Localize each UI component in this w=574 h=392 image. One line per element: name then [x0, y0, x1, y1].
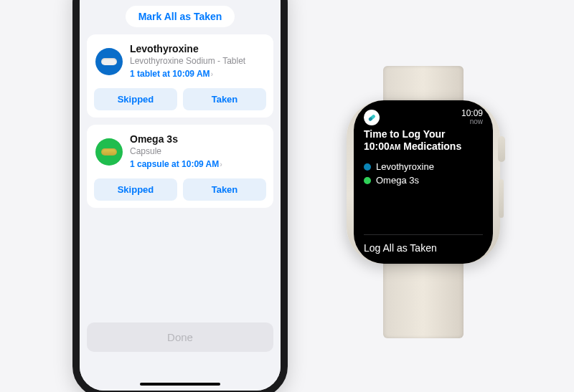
medication-info: Levothyroxine Levothyroxine Sodium - Tab… [130, 43, 265, 80]
medication-card: Omega 3s Capsule 1 capsule at 10:09 AM ›… [87, 125, 273, 208]
iphone-screen: Mark All as Taken Levothyroxine Levothyr… [80, 0, 281, 391]
watch-case: 10:09 now Time to Log Your 10:00AM Medic… [347, 100, 500, 264]
mark-all-taken-button[interactable]: Mark All as Taken [126, 6, 235, 27]
pill-icon [95, 48, 123, 75]
medication-info: Omega 3s Capsule 1 capsule at 10:09 AM › [130, 133, 265, 170]
svg-rect-0 [368, 114, 376, 121]
medication-schedule[interactable]: 1 tablet at 10:09 AM › [130, 69, 213, 80]
notification-title: Time to Log Your 10:00AM Medications [364, 128, 483, 153]
apple-watch-device: 10:09 now Time to Log Your 10:00AM Medic… [330, 66, 517, 338]
watch-side-button[interactable] [499, 179, 504, 218]
medication-row[interactable]: Omega 3s Capsule 1 capsule at 10:09 AM › [94, 132, 266, 174]
list-item: Levothyroxine [364, 161, 483, 172]
notification-timestamp: now [461, 118, 483, 126]
skipped-button[interactable]: Skipped [94, 88, 177, 110]
iphone-device: Mark All as Taken Levothyroxine Levothyr… [72, 0, 288, 392]
done-button[interactable]: Done [87, 322, 273, 352]
list-item: Omega 3s [364, 175, 483, 186]
log-all-taken-button[interactable]: Log All as Taken [364, 234, 483, 254]
taken-button[interactable]: Taken [183, 88, 266, 110]
taken-button[interactable]: Taken [183, 178, 266, 201]
chevron-right-icon: › [220, 159, 222, 169]
medication-subtitle: Capsule [130, 146, 265, 157]
skipped-button[interactable]: Skipped [94, 178, 177, 201]
mark-all-row: Mark All as Taken [87, 0, 273, 34]
medication-name: Levothyroxine [130, 43, 265, 56]
list-item-label: Levothyroxine [376, 161, 434, 172]
medication-card: Levothyroxine Levothyroxine Sodium - Tab… [87, 34, 273, 118]
digital-crown[interactable] [498, 136, 505, 162]
chevron-right-icon: › [211, 69, 214, 79]
medication-row[interactable]: Levothyroxine Levothyroxine Sodium - Tab… [94, 42, 266, 84]
list-item-label: Omega 3s [376, 175, 419, 186]
medication-name: Omega 3s [130, 133, 265, 146]
notification-med-list: Levothyroxine Omega 3s [364, 161, 483, 186]
watch-band-top [383, 66, 464, 100]
dot-icon [364, 177, 371, 184]
medication-schedule[interactable]: 1 capsule at 10:09 AM › [130, 159, 222, 171]
medications-app-icon [364, 110, 380, 125]
medication-subtitle: Levothyroxine Sodium - Tablet [130, 56, 265, 67]
watch-band-bottom [383, 264, 464, 338]
dot-icon [364, 163, 371, 171]
watch-screen: 10:09 now Time to Log Your 10:00AM Medic… [354, 100, 493, 264]
home-indicator[interactable] [140, 383, 220, 386]
pill-icon [95, 138, 123, 166]
